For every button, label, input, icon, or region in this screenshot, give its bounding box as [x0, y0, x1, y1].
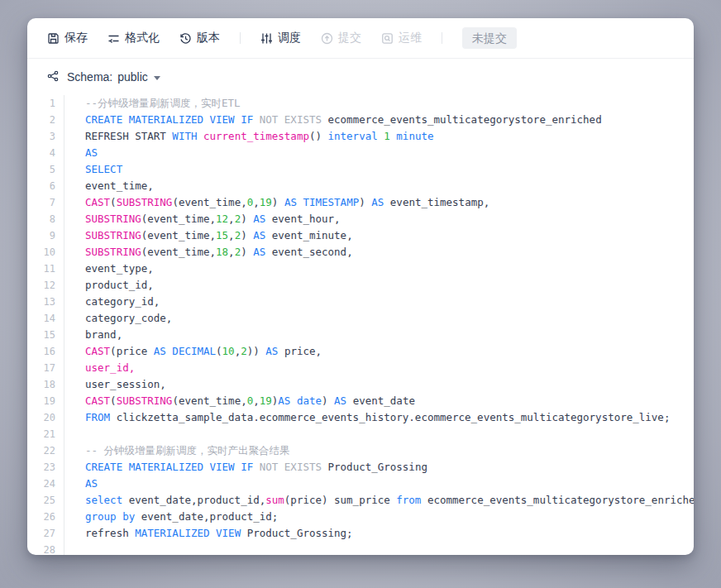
code-line: SUBSTRING(event_time,15,2) AS event_minu…: [64, 227, 353, 244]
code-line: AS: [64, 145, 98, 161]
code-line: user_session,: [64, 376, 166, 393]
line-number: 16: [27, 343, 64, 360]
format-button[interactable]: 格式化: [107, 27, 160, 49]
code-row: 10SUBSTRING(event_time,18,2) AS event_se…: [27, 244, 694, 261]
code-line: [64, 542, 85, 555]
line-number: 26: [27, 509, 64, 525]
line-number: 23: [27, 459, 64, 476]
line-number: 22: [27, 442, 64, 459]
code-line: event_type,: [64, 261, 154, 277]
sql-editor-window: 保存 格式化 版本 调度 提交: [27, 18, 694, 555]
line-number: 12: [27, 277, 64, 294]
line-number: 6: [27, 178, 64, 194]
version-button[interactable]: 版本: [179, 27, 220, 49]
schema-value: public: [117, 70, 148, 84]
line-number: 28: [27, 542, 64, 555]
editor-toolbar: 保存 格式化 版本 调度 提交: [27, 18, 694, 59]
line-number: 18: [27, 376, 64, 393]
save-button-label: 保存: [64, 31, 88, 45]
code-row: 16CAST(price AS DECIMAL(10,2)) AS price,: [27, 343, 694, 360]
code-line: -- 分钟级增量刷新调度，实时产出聚合结果: [64, 442, 290, 459]
code-row: 3REFRESH START WITH current_timestamp() …: [27, 128, 694, 145]
save-icon: [47, 32, 60, 45]
line-number: 13: [27, 294, 64, 310]
code-row: 17user_id,: [27, 360, 694, 376]
line-number: 14: [27, 310, 64, 327]
code-row: 6event_time,: [27, 178, 694, 194]
line-number: 3: [27, 128, 64, 145]
code-line: AS: [64, 476, 98, 492]
schedule-sliders-icon: [260, 32, 273, 45]
code-row: 7CAST(SUBSTRING(event_time,0,19) AS TIME…: [27, 194, 694, 211]
code-line: group by event_date,product_id;: [64, 509, 278, 525]
line-number: 25: [27, 492, 64, 509]
code-row: 24AS: [27, 476, 694, 492]
code-row: 4AS: [27, 145, 694, 161]
code-row: 21: [27, 426, 694, 442]
submit-icon: [321, 32, 333, 45]
line-number: 17: [27, 360, 64, 376]
schedule-button[interactable]: 调度: [260, 27, 301, 49]
code-line: brand,: [64, 327, 122, 343]
code-row: 27refresh MATERIALIZED VIEW Product_Gros…: [27, 525, 694, 542]
code-line: event_time,: [64, 178, 154, 194]
submit-button[interactable]: 提交: [321, 27, 361, 49]
line-number: 11: [27, 261, 64, 277]
code-line: REFRESH START WITH current_timestamp() i…: [64, 128, 433, 145]
status-badge: 未提交: [462, 27, 517, 49]
line-number: 24: [27, 476, 64, 492]
ops-button-label: 运维: [399, 31, 422, 45]
schema-label: Schema:: [67, 70, 112, 84]
line-number: 19: [27, 393, 64, 409]
code-row: 11event_type,: [27, 261, 694, 277]
code-line: CREATE MATERIALIZED VIEW IF NOT EXISTS e…: [64, 112, 602, 128]
line-number: 8: [27, 211, 64, 227]
code-line: refresh MATERIALIZED VIEW Product_Grossi…: [64, 525, 353, 542]
code-row: 26group by event_date,product_id;: [27, 509, 694, 525]
code-row: 1--分钟级增量刷新调度，实时ETL: [27, 95, 694, 112]
code-line: FROM clickzetta_sample_data.ecommerce_ev…: [64, 409, 670, 426]
code-row: 23CREATE MATERIALIZED VIEW IF NOT EXISTS…: [27, 459, 694, 476]
format-icon: [107, 32, 120, 45]
version-history-icon: [179, 32, 192, 45]
code-row: 5SELECT: [27, 161, 694, 178]
toolbar-divider: [442, 32, 442, 44]
line-number: 1: [27, 95, 64, 112]
code-row: 13category_id,: [27, 294, 694, 310]
code-line: category_id,: [64, 294, 160, 310]
code-line: product_id,: [64, 277, 154, 294]
line-number: 7: [27, 194, 64, 211]
line-number: 10: [27, 244, 64, 261]
schema-bar: Schema: public: [27, 59, 694, 95]
line-number: 27: [27, 525, 64, 542]
code-line: CAST(SUBSTRING(event_time,0,19) AS TIMES…: [64, 194, 489, 211]
line-number: 2: [27, 112, 64, 128]
line-number: 15: [27, 327, 64, 343]
format-button-label: 格式化: [125, 31, 160, 45]
line-number: 4: [27, 145, 64, 161]
line-number: 9: [27, 227, 64, 244]
code-row: 22-- 分钟级增量刷新调度，实时产出聚合结果: [27, 442, 694, 459]
code-row: 2CREATE MATERIALIZED VIEW IF NOT EXISTS …: [27, 112, 694, 128]
code-row: 12product_id,: [27, 277, 694, 294]
code-line: select event_date,product_id,sum(price) …: [64, 492, 694, 509]
code-line: user_id,: [64, 360, 135, 376]
code-line: SUBSTRING(event_time,18,2) AS event_seco…: [64, 244, 353, 261]
save-button[interactable]: 保存: [47, 27, 88, 49]
line-number: 5: [27, 161, 64, 178]
code-line: [64, 426, 85, 442]
code-row: 9SUBSTRING(event_time,15,2) AS event_min…: [27, 227, 694, 244]
code-row: 15brand,: [27, 327, 694, 343]
line-number: 21: [27, 426, 64, 442]
schema-share-icon: [47, 70, 59, 84]
schema-select[interactable]: public: [117, 70, 160, 84]
schedule-button-label: 调度: [278, 31, 301, 45]
code-line: SUBSTRING(event_time,12,2) AS event_hour…: [64, 211, 341, 227]
ops-button[interactable]: 运维: [381, 27, 422, 49]
toolbar-divider: [240, 32, 241, 44]
sql-code-editor[interactable]: 1--分钟级增量刷新调度，实时ETL2CREATE MATERIALIZED V…: [27, 95, 694, 555]
ops-monitor-icon: [381, 32, 394, 45]
code-row: 20FROM clickzetta_sample_data.ecommerce_…: [27, 409, 694, 426]
code-line: CAST(SUBSTRING(event_time,0,19)AS date) …: [64, 393, 415, 409]
code-line: CAST(price AS DECIMAL(10,2)) AS price,: [64, 343, 322, 360]
